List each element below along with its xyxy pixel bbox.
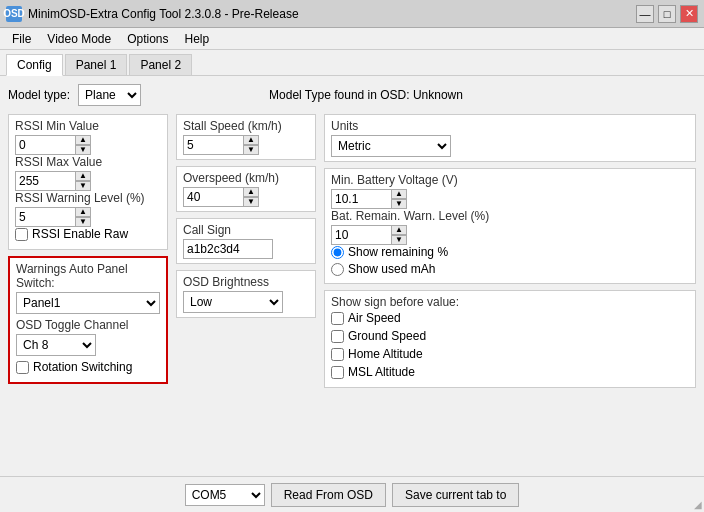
rssi-warning-input[interactable] bbox=[15, 207, 75, 227]
callsign-input[interactable] bbox=[183, 239, 273, 259]
stall-speed-spinner: ▲ ▼ bbox=[183, 135, 309, 155]
model-type-select[interactable]: Plane Copter bbox=[78, 84, 141, 106]
rssi-min-input[interactable] bbox=[15, 135, 75, 155]
callsign-label: Call Sign bbox=[183, 223, 309, 237]
bat-remain-input[interactable] bbox=[331, 225, 391, 245]
air-speed-checkbox[interactable] bbox=[331, 312, 344, 325]
msl-alt-label: MSL Altitude bbox=[348, 365, 415, 379]
stall-speed-up[interactable]: ▲ bbox=[243, 135, 259, 145]
rotation-switching-checkbox[interactable] bbox=[16, 361, 29, 374]
bat-remain-spinner: ▲ ▼ bbox=[331, 225, 689, 245]
min-batt-label: Min. Battery Voltage (V) bbox=[331, 173, 689, 187]
tab-config[interactable]: Config bbox=[6, 54, 63, 76]
rssi-max-input[interactable] bbox=[15, 171, 75, 191]
menu-bar: File Video Mode Options Help bbox=[0, 28, 704, 50]
rssi-warning-label: RSSI Warning Level (%) bbox=[15, 191, 161, 205]
units-select[interactable]: Metric Imperial bbox=[331, 135, 451, 157]
warnings-auto-label: Warnings Auto Panel Switch: bbox=[16, 262, 160, 290]
app-icon: OSD bbox=[6, 6, 22, 22]
read-from-osd-button[interactable]: Read From OSD bbox=[271, 483, 386, 507]
msl-alt-checkbox[interactable] bbox=[331, 366, 344, 379]
rssi-enable-raw-row: RSSI Enable Raw bbox=[15, 227, 161, 241]
tab-bar: Config Panel 1 Panel 2 bbox=[0, 50, 704, 76]
col3: Units Metric Imperial Min. Battery Volta… bbox=[324, 114, 696, 394]
rssi-min-down[interactable]: ▼ bbox=[75, 145, 91, 155]
save-current-tab-button[interactable]: Save current tab to bbox=[392, 483, 519, 507]
panel-select-row: Panel1 Panel2 bbox=[16, 292, 160, 314]
com-port-select[interactable]: COM5 bbox=[185, 484, 265, 506]
ground-speed-row: Ground Speed bbox=[331, 329, 689, 343]
stall-speed-input[interactable] bbox=[183, 135, 243, 155]
rssi-max-up[interactable]: ▲ bbox=[75, 171, 91, 181]
bat-remain-label: Bat. Remain. Warn. Level (%) bbox=[331, 209, 689, 223]
rotation-switching-row: Rotation Switching bbox=[16, 360, 160, 374]
rssi-max-label: RSSI Max Value bbox=[15, 155, 161, 169]
bat-remain-up[interactable]: ▲ bbox=[391, 225, 407, 235]
bat-remain-down[interactable]: ▼ bbox=[391, 235, 407, 245]
min-batt-input[interactable] bbox=[331, 189, 391, 209]
ground-speed-checkbox[interactable] bbox=[331, 330, 344, 343]
overspeed-section: Overspeed (km/h) ▲ ▼ bbox=[176, 166, 316, 212]
rssi-min-label: RSSI Min Value bbox=[15, 119, 161, 133]
osd-brightness-select[interactable]: Low Medium High bbox=[183, 291, 283, 313]
panel-select[interactable]: Panel1 Panel2 bbox=[16, 292, 160, 314]
air-speed-row: Air Speed bbox=[331, 311, 689, 325]
tab-panel1[interactable]: Panel 1 bbox=[65, 54, 128, 75]
units-label: Units bbox=[331, 119, 689, 133]
rssi-max-down[interactable]: ▼ bbox=[75, 181, 91, 191]
home-alt-checkbox[interactable] bbox=[331, 348, 344, 361]
menu-options[interactable]: Options bbox=[119, 30, 176, 47]
rssi-warning-up[interactable]: ▲ bbox=[75, 207, 91, 217]
min-batt-up[interactable]: ▲ bbox=[391, 189, 407, 199]
show-remaining-label: Show remaining % bbox=[348, 245, 448, 259]
rssi-min-up[interactable]: ▲ bbox=[75, 135, 91, 145]
rssi-section: RSSI Min Value ▲ ▼ RSSI Max Value ▲ ▼ bbox=[8, 114, 168, 250]
home-alt-row: Home Altitude bbox=[331, 347, 689, 361]
callsign-section: Call Sign bbox=[176, 218, 316, 264]
stall-speed-section: Stall Speed (km/h) ▲ ▼ bbox=[176, 114, 316, 160]
menu-video-mode[interactable]: Video Mode bbox=[39, 30, 119, 47]
overspeed-down[interactable]: ▼ bbox=[243, 197, 259, 207]
ground-speed-label: Ground Speed bbox=[348, 329, 426, 343]
rssi-enable-raw-checkbox[interactable] bbox=[15, 228, 28, 241]
toggle-channel-label: OSD Toggle Channel bbox=[16, 318, 160, 332]
close-button[interactable]: ✕ bbox=[680, 5, 698, 23]
rssi-warning-down[interactable]: ▼ bbox=[75, 217, 91, 227]
stall-speed-label: Stall Speed (km/h) bbox=[183, 119, 309, 133]
units-section: Units Metric Imperial bbox=[324, 114, 696, 162]
stall-speed-down[interactable]: ▼ bbox=[243, 145, 259, 155]
min-batt-down[interactable]: ▼ bbox=[391, 199, 407, 209]
show-used-label: Show used mAh bbox=[348, 262, 435, 276]
rssi-min-spinner: ▲ ▼ bbox=[15, 135, 161, 155]
menu-help[interactable]: Help bbox=[177, 30, 218, 47]
tab-panel2[interactable]: Panel 2 bbox=[129, 54, 192, 75]
msl-alt-row: MSL Altitude bbox=[331, 365, 689, 379]
main-content: Model type: Plane Copter Model Type foun… bbox=[0, 76, 704, 476]
show-used-row: Show used mAh bbox=[331, 262, 689, 276]
show-remaining-radio[interactable] bbox=[331, 246, 344, 259]
resize-handle[interactable]: ◢ bbox=[694, 499, 702, 510]
battery-section: Min. Battery Voltage (V) ▲ ▼ Bat. Remain… bbox=[324, 168, 696, 284]
home-alt-label: Home Altitude bbox=[348, 347, 423, 361]
sign-label: Show sign before value: bbox=[331, 295, 689, 309]
rotation-switching-label: Rotation Switching bbox=[33, 360, 132, 374]
show-used-radio[interactable] bbox=[331, 263, 344, 276]
overspeed-up[interactable]: ▲ bbox=[243, 187, 259, 197]
model-type-label: Model type: bbox=[8, 88, 70, 102]
channel-select[interactable]: Ch 8 Ch 1 bbox=[16, 334, 96, 356]
rssi-enable-raw-label: RSSI Enable Raw bbox=[32, 227, 128, 241]
overspeed-input[interactable] bbox=[183, 187, 243, 207]
menu-file[interactable]: File bbox=[4, 30, 39, 47]
sign-section: Show sign before value: Air Speed Ground… bbox=[324, 290, 696, 388]
channel-select-row: Ch 8 Ch 1 bbox=[16, 334, 160, 356]
osd-brightness-section: OSD Brightness Low Medium High bbox=[176, 270, 316, 318]
minimize-button[interactable]: — bbox=[636, 5, 654, 23]
col2: Stall Speed (km/h) ▲ ▼ Overspeed (km/h) … bbox=[176, 114, 316, 394]
model-found-text: Model Type found in OSD: Unknown bbox=[269, 88, 463, 102]
overspeed-spinner: ▲ ▼ bbox=[183, 187, 309, 207]
warnings-box: Warnings Auto Panel Switch: Panel1 Panel… bbox=[8, 256, 168, 384]
maximize-button[interactable]: □ bbox=[658, 5, 676, 23]
model-type-row: Model type: Plane Copter Model Type foun… bbox=[8, 84, 696, 106]
rssi-warning-spinner: ▲ ▼ bbox=[15, 207, 161, 227]
window-title: MinimOSD-Extra Config Tool 2.3.0.8 - Pre… bbox=[28, 7, 299, 21]
